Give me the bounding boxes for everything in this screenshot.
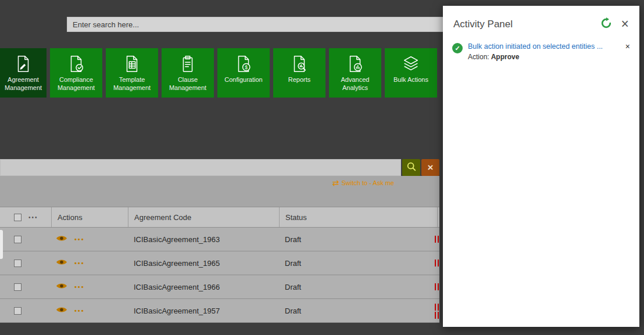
clipped-red-text — [435, 236, 440, 243]
table-row[interactable]: ••• ICIBasicAgreement_1963 Draft — [0, 228, 439, 251]
view-agreement-button[interactable] — [55, 233, 69, 245]
nav-tile-configuration[interactable]: $ Configuration — [217, 48, 270, 98]
clipped-red-text — [435, 260, 440, 266]
action-label: Action: — [468, 53, 489, 61]
notification-item: ✓ Bulk action initiated on selected enti… — [443, 37, 639, 61]
close-icon: × — [625, 42, 630, 51]
configuration-icon: $ — [234, 53, 253, 74]
nav-tile-label: Advanced Analytics — [329, 75, 381, 92]
select-row-checkbox[interactable] — [14, 307, 22, 315]
nav-tile-agreement-management[interactable]: Agreement Management — [0, 48, 46, 98]
agreement-code-cell: ICIBasicAgreement_1957 — [128, 307, 279, 315]
nav-tile-compliance-management[interactable]: Compliance Management — [50, 48, 102, 98]
search-icon — [406, 161, 417, 174]
notification-text: Bulk action initiated on selected entiti… — [468, 42, 620, 61]
table-row[interactable]: ••• ICIBasicAgreement_1957 Draft — [0, 299, 439, 323]
more-options-icon: ••• — [74, 236, 85, 243]
notification-action-text: Action:Approve — [468, 53, 620, 61]
select-row-checkbox[interactable] — [14, 260, 22, 267]
eye-icon — [56, 306, 67, 315]
entity-search-input[interactable] — [0, 159, 401, 176]
column-header-actions: Actions — [51, 207, 128, 227]
row-menu-button[interactable]: ••• — [73, 306, 86, 315]
dismiss-notification-button[interactable]: × — [625, 42, 630, 51]
select-row-checkbox[interactable] — [14, 283, 22, 291]
table-row[interactable]: ••• ICIBasicAgreement_1965 Draft — [0, 251, 439, 275]
activity-panel-header: Activity Panel × — [443, 6, 639, 37]
nav-tile-label: Bulk Actions — [392, 75, 430, 84]
agreement-code-cell: ICIBasicAgreement_1966 — [128, 283, 279, 291]
eye-icon — [56, 282, 67, 291]
close-icon: × — [621, 16, 629, 31]
clipped-red-text — [435, 312, 440, 319]
status-cell: Draft — [279, 259, 437, 268]
activity-panel: Activity Panel × ✓ Bulk action initiated… — [443, 6, 639, 327]
nav-tile-advanced-analytics[interactable]: Advanced Analytics — [329, 48, 381, 98]
clause-icon — [178, 53, 198, 74]
entity-search-bar: × — [0, 159, 439, 176]
refresh-icon — [600, 17, 612, 31]
row-menu-button[interactable]: ••• — [73, 235, 86, 244]
nav-tile-template-management[interactable]: Template Management — [106, 48, 158, 98]
column-header-agreement-code[interactable]: Agreement Code — [128, 207, 279, 227]
nav-tile-label: Clause Management — [162, 75, 214, 92]
more-options-icon: ••• — [74, 307, 85, 314]
select-row-checkbox[interactable] — [14, 236, 22, 243]
row-menu-button[interactable]: ••• — [73, 258, 86, 268]
refresh-button[interactable] — [600, 17, 612, 31]
template-icon — [122, 53, 142, 74]
nav-tile-label: Compliance Management — [50, 75, 102, 92]
notification-link[interactable]: Bulk action initiated on selected entiti… — [468, 42, 620, 51]
module-nav: Agreement Management Compliance Manageme… — [0, 48, 437, 98]
swap-icon: ⇄ — [332, 179, 339, 187]
status-cell: Draft — [279, 283, 437, 291]
table-row[interactable]: ••• ICIBasicAgreement_1966 Draft — [0, 275, 439, 299]
content-area: ⇄ Switch to - Ask me ••• Actions Agreeme… — [0, 176, 439, 323]
bulk-actions-icon — [401, 53, 421, 74]
page: { "global_search": { "placeholder": "Ent… — [0, 0, 644, 335]
table-header: ••• Actions Agreement Code Status — [0, 207, 439, 228]
svg-text:$: $ — [245, 64, 248, 70]
activity-panel-title: Activity Panel — [453, 19, 600, 30]
status-cell: Draft — [279, 307, 437, 315]
row-menu-button[interactable]: ••• — [73, 282, 86, 291]
column-header-status[interactable]: Status — [279, 207, 437, 227]
clipped-red-text — [435, 283, 440, 290]
clear-search-button[interactable]: × — [421, 159, 439, 176]
view-agreement-button[interactable] — [55, 281, 69, 293]
close-icon: × — [428, 163, 434, 172]
view-agreement-button[interactable] — [55, 257, 69, 269]
status-cell: Draft — [279, 235, 437, 244]
switch-link-label: Switch to - Ask me — [342, 179, 394, 186]
success-check-icon: ✓ — [452, 43, 463, 53]
close-panel-button[interactable]: × — [621, 17, 629, 31]
select-all-checkbox[interactable] — [14, 214, 22, 221]
view-agreement-button[interactable] — [55, 305, 69, 316]
eye-icon — [56, 235, 67, 244]
nav-tile-reports[interactable]: Reports — [273, 48, 325, 98]
nav-tile-clause-management[interactable]: Clause Management — [162, 48, 214, 98]
analytics-icon — [345, 53, 365, 74]
reports-icon — [289, 53, 309, 74]
switch-to-ask-me-link[interactable]: ⇄ Switch to - Ask me — [332, 179, 394, 187]
more-options-icon: ••• — [74, 260, 85, 266]
search-button[interactable] — [402, 159, 420, 176]
action-value: Approve — [491, 53, 520, 61]
nav-tile-label: Agreement Management — [0, 75, 46, 92]
eye-icon — [56, 258, 67, 268]
compliance-icon — [66, 53, 86, 74]
side-panel-handle[interactable] — [0, 230, 3, 259]
more-options-icon[interactable]: ••• — [28, 214, 38, 221]
nav-tile-label: Template Management — [106, 75, 158, 92]
check-glyph: ✓ — [455, 45, 460, 52]
clipped-red-text — [435, 304, 440, 311]
more-options-icon: ••• — [74, 283, 85, 290]
agreements-table: ••• Actions Agreement Code Status ••• IC… — [0, 207, 439, 323]
nav-tile-label: Reports — [287, 75, 312, 84]
agreement-code-cell: ICIBasicAgreement_1963 — [128, 235, 279, 244]
agreement-code-cell: ICIBasicAgreement_1965 — [128, 259, 279, 268]
agreement-icon — [13, 53, 33, 74]
nav-tile-label: Configuration — [223, 75, 263, 84]
nav-tile-bulk-actions[interactable]: Bulk Actions — [385, 48, 437, 98]
global-search-input[interactable] — [67, 17, 448, 32]
